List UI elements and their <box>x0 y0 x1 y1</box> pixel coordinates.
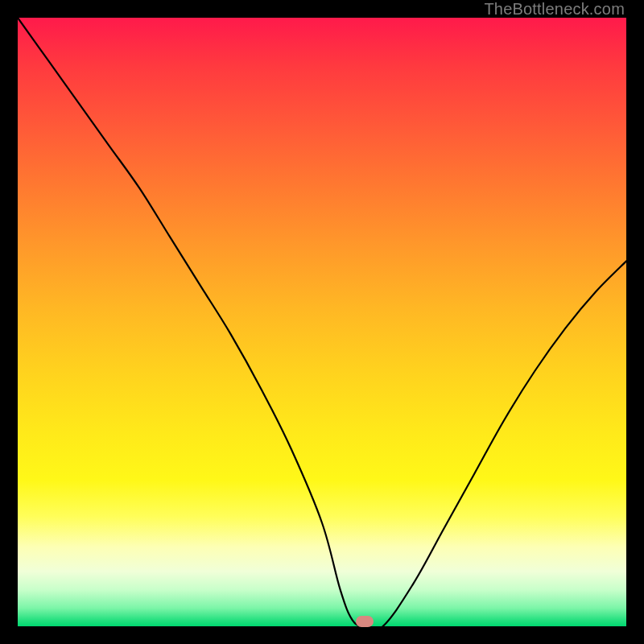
chart-frame: TheBottleneck.com <box>0 0 644 644</box>
optimal-point-marker <box>356 616 374 627</box>
plot-area <box>18 18 626 626</box>
watermark-text: TheBottleneck.com <box>484 0 625 19</box>
bottleneck-curve <box>18 18 626 626</box>
